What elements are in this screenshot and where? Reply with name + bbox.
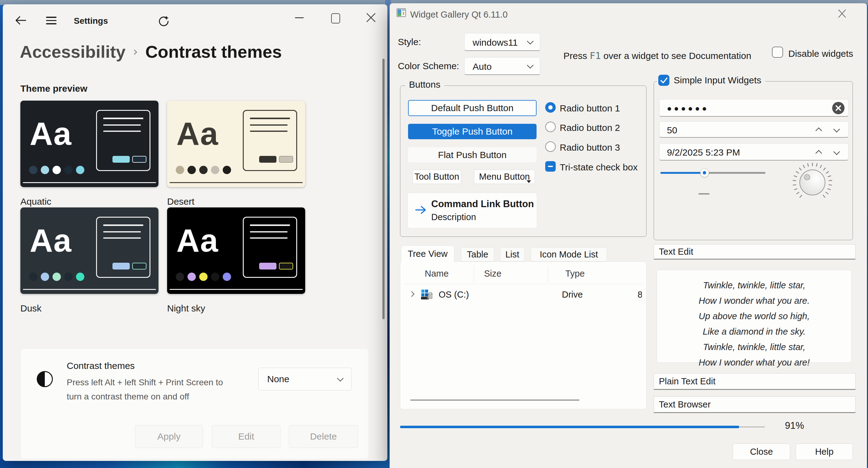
back-arrow-icon bbox=[14, 13, 28, 27]
theme-name-aquatic: Aquatic bbox=[21, 196, 51, 207]
dial[interactable] bbox=[789, 159, 836, 206]
check-icon bbox=[658, 75, 670, 86]
mini-scrollbar-handle[interactable] bbox=[699, 193, 710, 195]
breadcrumb-accessibility[interactable]: Accessibility bbox=[20, 42, 125, 62]
simple-inputs-header: Simple Input Widgets bbox=[657, 75, 766, 86]
theme-mini-card bbox=[96, 217, 150, 278]
datetime-value: 9/2/2025 5:23 PM bbox=[667, 147, 740, 158]
datetime-down-icon[interactable] bbox=[833, 148, 840, 155]
plain-text-edit-header[interactable]: Plain Text Edit bbox=[654, 373, 856, 390]
settings-scrollbar[interactable] bbox=[382, 59, 384, 319]
help-button[interactable]: Help bbox=[796, 444, 853, 460]
chevron-down-icon bbox=[337, 375, 343, 381]
theme-tile-desert[interactable]: Aa bbox=[167, 101, 305, 187]
settings-window: Settings Accessibility › Contrast themes… bbox=[3, 4, 388, 461]
progress-percent-label: 91% bbox=[785, 420, 804, 431]
simple-inputs-checkbox[interactable] bbox=[658, 75, 670, 86]
clear-x-icon bbox=[832, 102, 844, 114]
page-title: Contrast themes bbox=[145, 42, 282, 62]
spin-up-icon[interactable] bbox=[815, 128, 822, 134]
tree-column-name[interactable]: Name bbox=[425, 269, 448, 279]
radio-button-3[interactable] bbox=[545, 141, 556, 152]
qt-window-title: Widget Gallery Qt 6.11.0 bbox=[410, 9, 507, 20]
password-dots: ●●●●●● bbox=[667, 104, 709, 113]
theme-name-night-sky: Night sky bbox=[167, 303, 205, 314]
theme-name-desert: Desert bbox=[167, 196, 194, 207]
datetime-up-icon[interactable] bbox=[815, 150, 822, 157]
hamburger-menu-button[interactable] bbox=[46, 14, 60, 27]
text-browser-header[interactable]: Text Browser bbox=[654, 396, 856, 413]
radio-button-3-label: Radio button 3 bbox=[560, 142, 620, 153]
default-push-button[interactable]: Default Push Button bbox=[408, 100, 536, 116]
toggle-push-button[interactable]: Toggle Push Button bbox=[408, 124, 536, 139]
color-scheme-combobox-value: Auto bbox=[473, 61, 492, 72]
command-link-description: Description bbox=[431, 212, 476, 222]
tree-row-name: OS (C:) bbox=[439, 290, 469, 300]
close-dialog-button[interactable]: Close bbox=[733, 444, 790, 460]
tab-table[interactable]: Table bbox=[461, 247, 494, 262]
edit-button[interactable]: Edit bbox=[212, 425, 280, 448]
menu-arrow-icon bbox=[527, 180, 531, 183]
style-combobox[interactable]: windows11 bbox=[464, 33, 540, 51]
poem-line: Twinkle, twinkle, little star, bbox=[657, 277, 851, 293]
spinbox[interactable]: 50 bbox=[659, 121, 848, 138]
clear-text-button[interactable] bbox=[832, 102, 844, 114]
tristate-checkbox[interactable] bbox=[545, 161, 556, 172]
progress-track bbox=[739, 427, 765, 427]
back-button[interactable] bbox=[14, 13, 31, 27]
disable-widgets-checkbox[interactable] bbox=[772, 46, 783, 58]
theme-name-dusk: Dusk bbox=[21, 303, 41, 314]
copilot-refresh-button[interactable] bbox=[156, 13, 172, 29]
tristate-checkbox-label: Tri-state check box bbox=[560, 162, 638, 173]
tree-row-os-c[interactable]: OS (C:) Drive 8 bbox=[400, 287, 646, 303]
minimize-button[interactable] bbox=[290, 9, 309, 27]
radio-button-2-label: Radio button 2 bbox=[560, 123, 620, 133]
close-button[interactable] bbox=[361, 9, 381, 27]
flat-push-button[interactable]: Flat Push Button bbox=[408, 147, 536, 162]
theme-aa-sample: Aa bbox=[30, 115, 72, 152]
tab-icon-mode-list[interactable]: Icon Mode List bbox=[531, 247, 607, 262]
qt-close-button[interactable] bbox=[832, 5, 852, 23]
tool-button[interactable]: Tool Button bbox=[412, 169, 461, 184]
partial-check-icon bbox=[548, 166, 553, 167]
spin-down-icon[interactable] bbox=[833, 126, 840, 132]
radio-button-1[interactable] bbox=[545, 102, 556, 113]
apply-button[interactable]: Apply bbox=[135, 425, 203, 448]
slider[interactable] bbox=[660, 172, 766, 174]
style-combobox-value: windows11 bbox=[473, 37, 518, 48]
close-icon bbox=[832, 5, 852, 23]
theme-tile-dusk[interactable]: Aa bbox=[21, 207, 158, 294]
menu-button[interactable]: Menu Button bbox=[474, 169, 535, 184]
tree-view-panel: Name Size Type OS (C:) Drive 8 bbox=[400, 262, 647, 409]
theme-mini-card bbox=[243, 217, 297, 278]
hamburger-icon bbox=[46, 17, 57, 18]
chevron-down-icon bbox=[527, 62, 533, 69]
contrast-theme-dropdown[interactable]: None bbox=[258, 368, 351, 391]
theme-tile-aquatic[interactable]: Aa bbox=[21, 101, 158, 187]
text-edit-area[interactable]: Twinkle, twinkle, little star, How I won… bbox=[657, 270, 851, 363]
arrow-right-icon bbox=[414, 205, 428, 214]
drive-icon bbox=[421, 289, 432, 300]
simple-inputs-groupbox: Simple Input Widgets ●●●●●● 50 9/2/2025 … bbox=[654, 81, 853, 240]
buttons-group-title: Buttons bbox=[405, 79, 444, 90]
chevron-down-icon bbox=[527, 38, 533, 44]
datetime-edit[interactable]: 9/2/2025 5:23 PM bbox=[659, 143, 848, 161]
progress-fill bbox=[400, 426, 739, 428]
password-input[interactable]: ●●●●●● bbox=[659, 99, 848, 117]
theme-tile-night-sky[interactable]: Aa bbox=[167, 207, 305, 294]
maximize-button[interactable] bbox=[326, 9, 344, 27]
radio-button-2[interactable] bbox=[545, 122, 556, 132]
contrast-theme-icon bbox=[37, 371, 53, 387]
command-link-button[interactable]: Command Link Button Description bbox=[407, 193, 537, 228]
tab-tree-view[interactable]: Tree View bbox=[401, 245, 455, 262]
tree-column-size[interactable]: Size bbox=[484, 269, 501, 279]
poem-line: Up above the world so high, bbox=[657, 308, 851, 324]
delete-button[interactable]: Delete bbox=[289, 425, 358, 448]
color-scheme-combobox[interactable]: Auto bbox=[464, 57, 540, 75]
disable-widgets-label: Disable widgets bbox=[788, 48, 853, 59]
text-edit-header[interactable]: Text Edit bbox=[654, 244, 856, 260]
slider-handle[interactable] bbox=[700, 169, 709, 177]
tab-list[interactable]: List bbox=[500, 247, 525, 262]
tree-horizontal-scrollbar[interactable] bbox=[410, 399, 580, 401]
tree-column-type[interactable]: Type bbox=[565, 269, 585, 279]
